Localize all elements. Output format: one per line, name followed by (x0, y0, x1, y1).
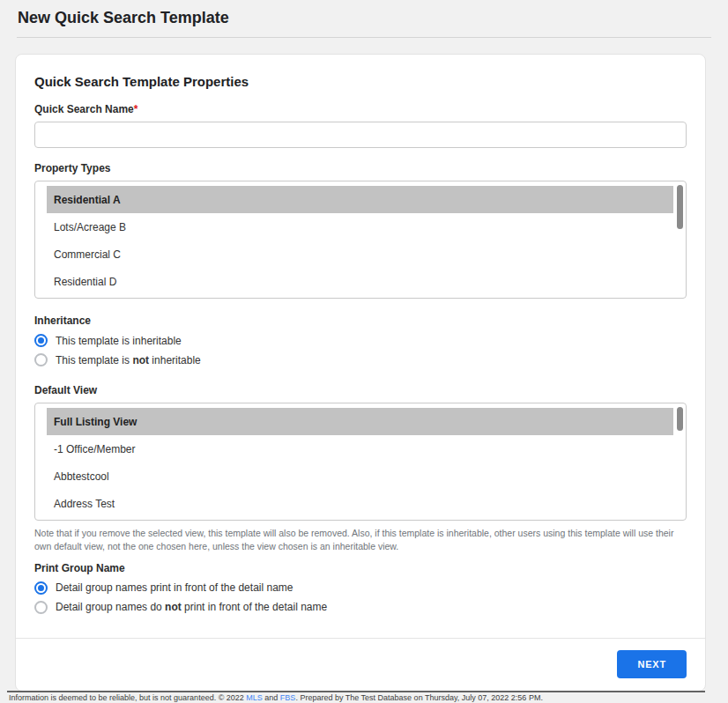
radio-no-print-group-names[interactable]: Detail group names do not print in front… (34, 601, 687, 614)
mls-link[interactable]: MLS (246, 693, 263, 702)
quick-search-name-label: Quick Search Name* (34, 103, 687, 115)
property-types-listbox[interactable]: Residential A Lots/Acreage B Commercial … (34, 181, 687, 299)
default-view-listbox[interactable]: Full Listing View -1 Office/Member Abbte… (34, 403, 687, 521)
scrollbar-thumb[interactable] (677, 185, 683, 229)
page-title: New Quick Search Template (0, 0, 728, 37)
print-group-name-label: Print Group Name (34, 562, 687, 574)
default-view-option[interactable]: Abbtestcool (47, 462, 673, 490)
property-types-label: Property Types (34, 162, 687, 174)
property-type-option[interactable]: Residential D (47, 268, 673, 295)
radio-inheritable-label: This template is inheritable (56, 335, 182, 347)
property-type-option[interactable]: Lots/Acreage B (47, 213, 673, 240)
quick-search-name-input[interactable] (34, 122, 687, 148)
radio-inheritable[interactable]: This template is inheritable (34, 334, 687, 347)
header-divider (17, 37, 711, 38)
radio-unselected-icon[interactable] (34, 601, 48, 614)
default-view-option[interactable]: -1 Office/Member (47, 435, 673, 462)
default-view-note: Note that if you remove the selected vie… (34, 527, 687, 553)
default-view-label: Default View (34, 384, 687, 396)
card-heading: Quick Search Template Properties (34, 74, 687, 89)
property-type-option[interactable]: Commercial C (47, 240, 673, 268)
card-body: Quick Search Template Properties Quick S… (16, 55, 705, 614)
footer-text: Information is deemed to be reliable, bu… (9, 693, 246, 702)
radio-no-print-group-names-label: Detail group names do not print in front… (56, 601, 327, 613)
radio-not-inheritable[interactable]: This template is not inheritable (34, 353, 687, 366)
radio-print-group-names[interactable]: Detail group names print in front of the… (34, 581, 687, 595)
fbs-link[interactable]: FBS (280, 693, 296, 702)
inheritance-label: Inheritance (34, 314, 687, 327)
property-type-option[interactable]: Residential A (47, 186, 673, 213)
scrollbar-thumb[interactable] (677, 407, 683, 431)
radio-selected-icon[interactable] (34, 334, 48, 347)
radio-not-inheritable-label: This template is not inheritable (56, 354, 201, 366)
template-properties-card: Quick Search Template Properties Quick S… (15, 54, 706, 692)
default-view-option[interactable]: Address Test (47, 490, 673, 517)
card-footer: NEXT (16, 638, 705, 691)
quick-search-name-label-text: Quick Search Name (34, 103, 134, 115)
default-view-option[interactable]: Full Listing View (47, 408, 673, 435)
radio-selected-icon[interactable] (34, 581, 48, 595)
required-asterisk: * (134, 103, 138, 115)
radio-print-group-names-label: Detail group names print in front of the… (56, 581, 293, 594)
radio-unselected-icon[interactable] (34, 353, 48, 366)
page-footer: Information is deemed to be reliable, bu… (7, 691, 705, 702)
next-button[interactable]: NEXT (617, 650, 687, 678)
